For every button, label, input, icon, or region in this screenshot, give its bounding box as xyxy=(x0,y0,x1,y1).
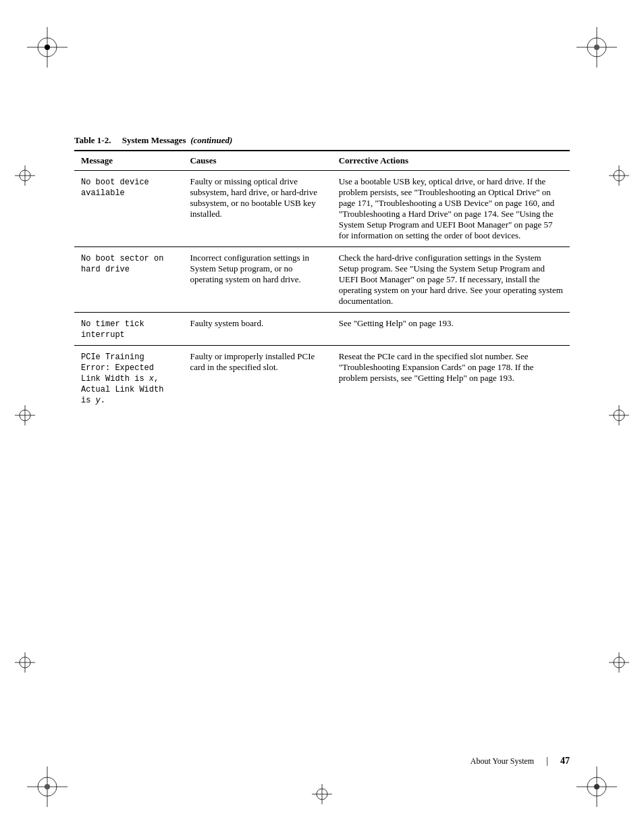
corner-mark-bl xyxy=(27,766,68,807)
row3-causes: Faulty system board. xyxy=(183,313,331,346)
table-row: No boot device available Faulty or missi… xyxy=(74,171,570,247)
svg-point-7 xyxy=(594,45,599,50)
row2-message: No boot sector on hard drive xyxy=(74,247,183,313)
row2-causes: Incorrect configuration settings in Syst… xyxy=(183,247,331,313)
table-row: PCIe Training Error: Expected Link Width… xyxy=(74,346,570,411)
corner-mark-tl xyxy=(27,27,68,68)
row3-corrective: See "Getting Help" on page 193. xyxy=(332,313,570,346)
table-title: Table 1-2. System Messages (continued) xyxy=(74,135,570,146)
row3-message: No timer tick interrupt xyxy=(74,313,183,346)
corner-mark-br xyxy=(576,766,617,807)
page: Table 1-2. System Messages (continued) M… xyxy=(0,0,644,834)
table-header-row: Message Causes Corrective Actions xyxy=(74,151,570,171)
table-row: No timer tick interrupt Faulty system bo… xyxy=(74,313,570,346)
svg-point-11 xyxy=(45,784,50,789)
col-header-causes: Causes xyxy=(183,151,331,171)
table-row: No boot sector on hard drive Incorrect c… xyxy=(74,247,570,313)
row1-corrective: Use a bootable USB key, optical drive, o… xyxy=(332,171,570,247)
system-messages-table: Message Causes Corrective Actions No boo… xyxy=(74,150,570,411)
side-mark-left-top xyxy=(15,165,35,188)
side-mark-right-top xyxy=(609,165,629,188)
footer-text: About Your System | 47 xyxy=(471,756,570,766)
side-mark-right-mid xyxy=(609,405,629,428)
corner-mark-tr xyxy=(576,27,617,68)
svg-point-15 xyxy=(594,784,599,789)
page-number: 47 xyxy=(560,756,570,766)
row2-corrective: Check the hard-drive configuration setti… xyxy=(332,247,570,313)
col-header-corrective: Corrective Actions xyxy=(332,151,570,171)
table-title-text: System Messages xyxy=(122,135,186,145)
page-footer: About Your System | 47 xyxy=(0,756,644,766)
side-mark-left-bot xyxy=(15,652,35,675)
footer-pipe: | xyxy=(546,756,548,766)
row4-corrective: Reseat the PCIe card in the specified sl… xyxy=(332,346,570,411)
footer-section-label: About Your System xyxy=(471,756,534,766)
main-content: Table 1-2. System Messages (continued) M… xyxy=(74,135,570,411)
col-header-message: Message xyxy=(74,151,183,171)
table-title-label: Table 1-2. xyxy=(74,135,111,145)
side-mark-left-mid xyxy=(15,405,35,428)
row4-message: PCIe Training Error: Expected Link Width… xyxy=(74,346,183,411)
svg-point-3 xyxy=(45,45,50,50)
side-mark-right-bot xyxy=(609,652,629,675)
row1-message: No boot device available xyxy=(74,171,183,247)
row1-causes: Faulty or missing optical drive subsyste… xyxy=(183,171,331,247)
row4-causes: Faulty or improperly installed PCIe card… xyxy=(183,346,331,411)
side-mark-bottom-center xyxy=(312,784,332,807)
table-title-continued: (continued) xyxy=(190,135,232,145)
